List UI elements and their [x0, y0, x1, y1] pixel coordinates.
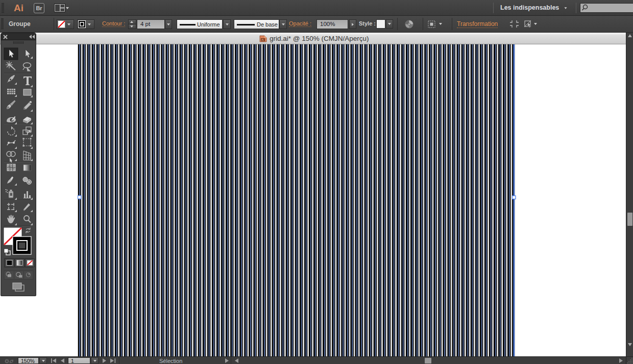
svg-text:Ai: Ai	[261, 38, 264, 41]
